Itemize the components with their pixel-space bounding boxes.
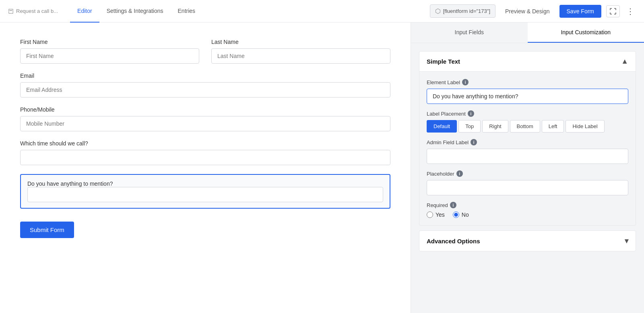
- save-form-button[interactable]: Save Form: [559, 5, 601, 18]
- tab-input-customization[interactable]: Input Customization: [528, 23, 644, 43]
- panel-tabs: Input Fields Input Customization: [411, 23, 644, 43]
- admin-field-label-info-icon: i: [471, 139, 477, 145]
- required-no-radio[interactable]: [453, 211, 459, 218]
- placeholder-title: Placeholder i: [427, 170, 628, 177]
- nav-tabs: Editor Settings & Integrations Entries: [70, 0, 430, 23]
- nav-logo-text: Request a call b...: [16, 8, 58, 14]
- first-name-field: First Name: [20, 39, 199, 64]
- time-field: Which time should we call?: [20, 140, 390, 165]
- required-group: Required i Yes No: [427, 202, 628, 218]
- placement-buttons: Default Top Right Bottom Left Hide Label: [427, 120, 628, 133]
- placement-bottom-button[interactable]: Bottom: [510, 120, 540, 133]
- right-panel: Input Fields Input Customization Simple …: [411, 23, 644, 313]
- last-name-field: Last Name: [211, 39, 390, 64]
- advanced-options-section[interactable]: Advanced Options ▾: [419, 230, 636, 251]
- tab-settings-integrations[interactable]: Settings & Integrations: [99, 0, 171, 23]
- element-label-group: Element Label i: [427, 79, 628, 104]
- required-yes-label[interactable]: Yes: [427, 211, 445, 218]
- tab-editor[interactable]: Editor: [70, 0, 99, 23]
- simple-text-section-body: Element Label i Label Placement i Defaul…: [419, 72, 636, 226]
- last-name-label: Last Name: [211, 39, 390, 45]
- collapse-icon: ▲: [621, 57, 628, 66]
- simple-text-title: Simple Text: [427, 58, 460, 65]
- placement-right-button[interactable]: Right: [482, 120, 508, 133]
- chevron-down-icon: ▾: [625, 236, 628, 245]
- preview-design-button[interactable]: Preview & Design: [500, 6, 555, 17]
- email-label: Email: [20, 73, 390, 79]
- admin-field-label-group: Admin Field Label i: [427, 139, 628, 164]
- time-row: Which time should we call?: [20, 140, 390, 165]
- fullscreen-button[interactable]: [606, 5, 620, 17]
- placement-hide-label-button[interactable]: Hide Label: [566, 120, 604, 133]
- placeholder-info-icon: i: [456, 170, 463, 177]
- tab-input-fields[interactable]: Input Fields: [411, 23, 528, 43]
- label-placement-group: Label Placement i Default Top Right Bott…: [427, 110, 628, 133]
- time-input[interactable]: [20, 150, 390, 165]
- label-placement-title: Label Placement i: [427, 110, 628, 117]
- simple-text-section-header[interactable]: Simple Text ▲: [419, 51, 636, 72]
- last-name-input[interactable]: [211, 48, 390, 64]
- placeholder-input[interactable]: [427, 180, 628, 195]
- placement-default-button[interactable]: Default: [427, 120, 457, 133]
- form-area: First Name Last Name Email Phone/Mobile: [0, 23, 411, 313]
- placement-top-button[interactable]: Top: [458, 120, 481, 133]
- shortcode-text: [fluentform id="173"]: [443, 8, 490, 14]
- email-input[interactable]: [20, 82, 390, 97]
- phone-field: Phone/Mobile: [20, 106, 390, 131]
- email-field: Email: [20, 73, 390, 97]
- name-row: First Name Last Name: [20, 39, 390, 64]
- top-nav: Request a call b... Editor Settings & In…: [0, 0, 644, 23]
- required-no-label[interactable]: No: [453, 211, 469, 218]
- phone-input[interactable]: [20, 116, 390, 131]
- nav-logo[interactable]: Request a call b...: [8, 8, 58, 14]
- selected-field-wrapper: Do you have anything to mention?: [20, 174, 390, 209]
- mention-label: Do you have anything to mention?: [27, 180, 113, 187]
- email-row: Email: [20, 73, 390, 97]
- phone-row: Phone/Mobile: [20, 106, 390, 131]
- element-label-info-icon: i: [462, 79, 469, 85]
- required-radio-group: Yes No: [427, 211, 628, 218]
- tab-entries[interactable]: Entries: [171, 0, 203, 23]
- main-layout: First Name Last Name Email Phone/Mobile: [0, 23, 644, 313]
- first-name-label: First Name: [20, 39, 199, 45]
- fullscreen-icon: [610, 8, 616, 15]
- label-placement-info-icon: i: [468, 110, 474, 117]
- required-yes-radio[interactable]: [427, 211, 433, 218]
- first-name-input[interactable]: [20, 48, 199, 64]
- phone-label: Phone/Mobile: [20, 106, 390, 113]
- more-options-button[interactable]: ⋮: [625, 5, 636, 18]
- required-title: Required i: [427, 202, 628, 208]
- panel-content: Simple Text ▲ Element Label i Label Plac…: [411, 43, 644, 259]
- element-label-input[interactable]: [427, 89, 628, 104]
- shortcode-badge[interactable]: ⬡ [fluentform id="173"]: [430, 4, 495, 18]
- time-label: Which time should we call?: [20, 140, 390, 147]
- nav-right: ⬡ [fluentform id="173"] Preview & Design…: [430, 4, 636, 18]
- placeholder-group: Placeholder i: [427, 170, 628, 195]
- mention-input[interactable]: [27, 187, 383, 202]
- admin-field-label-input[interactable]: [427, 149, 628, 164]
- admin-field-label-title: Admin Field Label i: [427, 139, 628, 145]
- element-label-title: Element Label i: [427, 79, 628, 85]
- required-info-icon: i: [450, 202, 456, 208]
- submit-form-button[interactable]: Submit Form: [20, 222, 74, 238]
- advanced-options-title: Advanced Options: [427, 238, 480, 245]
- placement-left-button[interactable]: Left: [542, 120, 564, 133]
